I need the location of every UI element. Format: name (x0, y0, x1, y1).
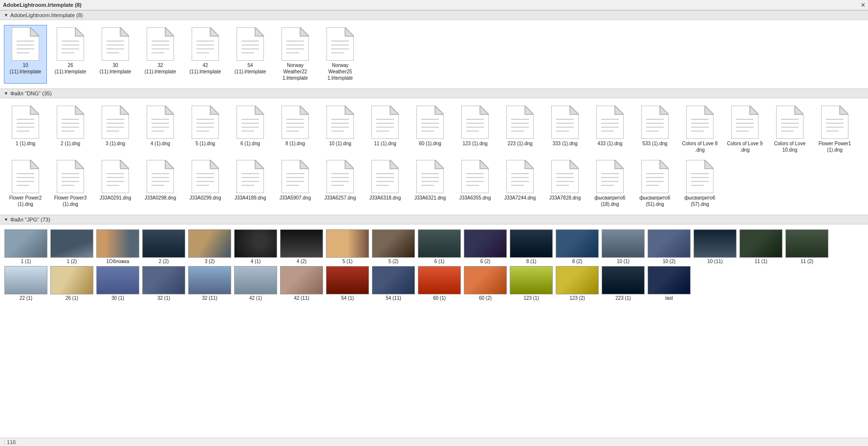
jpg-item[interactable]: 10 (1) (601, 229, 645, 264)
file-item[interactable]: 3 (1).dng (94, 103, 137, 156)
jpg-item[interactable]: 6 (2) (463, 229, 507, 264)
jpg-item[interactable]: 60 (2) (463, 266, 507, 301)
file-item[interactable]: 8 (1).dng (274, 103, 317, 156)
jpg-item[interactable]: 5 (1) (326, 229, 369, 264)
file-item[interactable]: Colors of Love 10.dng (768, 103, 811, 156)
jpg-item[interactable]: 1 (2) (50, 229, 94, 264)
jpg-thumbnail (418, 266, 461, 294)
jpg-item[interactable]: 1Обложка (96, 229, 140, 264)
jpg-thumbnail (50, 266, 93, 294)
file-item[interactable]: фысваприто6 (57).dng (678, 157, 721, 210)
file-icon (147, 106, 174, 139)
jpg-item[interactable]: 60 (1) (417, 266, 461, 301)
jpg-item[interactable]: 123 (1) (509, 266, 553, 301)
file-item[interactable]: J33A0291.dng (94, 157, 137, 210)
file-item[interactable]: 26 (11).lrtemplate (49, 25, 92, 84)
jpg-thumbnail (280, 229, 323, 258)
file-item[interactable]: 223 (1).dng (499, 103, 542, 156)
section-header-lrtemplate[interactable]: ▼ AdobeLightroom.lrtemplate (8) (0, 10, 868, 20)
file-item[interactable]: J33A4189.dng (229, 157, 272, 210)
svg-marker-169 (75, 160, 84, 169)
file-item[interactable]: 60 (1).dng (409, 103, 452, 156)
file-item[interactable]: 32 (11).lrtemplate (139, 25, 182, 84)
file-name: J33A5907.dng (280, 195, 311, 201)
file-item[interactable]: Norway Weather22 1.lrtemplate (274, 25, 317, 84)
file-item[interactable]: 6 (1).dng (229, 103, 272, 156)
close-icon[interactable]: × (861, 1, 865, 9)
jpg-item[interactable]: 4 (2) (280, 229, 324, 264)
jpg-item[interactable]: 42 (1) (234, 266, 278, 301)
jpg-label: 32 (1) (157, 295, 170, 301)
jpg-item[interactable]: 11 (2) (785, 229, 829, 264)
file-icon (147, 160, 174, 193)
file-item[interactable]: J33A6318.dng (364, 157, 407, 210)
file-item[interactable]: 10 (11).lrtemplate (4, 25, 47, 84)
file-item[interactable]: Flower Power1 (1).dng (813, 103, 856, 156)
svg-marker-241 (615, 160, 624, 169)
jpg-item[interactable]: 4 (1) (234, 229, 278, 264)
jpg-label: 5 (2) (389, 259, 399, 264)
file-item[interactable]: 30 (11).lrtemplate (94, 25, 137, 84)
jpg-item[interactable]: 8 (2) (555, 229, 599, 264)
svg-marker-151 (795, 106, 803, 114)
svg-marker-37 (300, 27, 309, 36)
jpg-item[interactable]: 10 (11) (693, 229, 737, 264)
jpg-item[interactable]: 223 (1) (601, 266, 645, 301)
jpg-item[interactable]: 2 (2) (142, 229, 186, 264)
file-item[interactable]: 123 (1).dng (454, 103, 497, 156)
jpg-item[interactable]: 54 (11) (371, 266, 415, 301)
jpg-item[interactable]: 32 (11) (188, 266, 232, 301)
file-item[interactable]: 5 (1).dng (184, 103, 227, 156)
section-lrtemplate: ▼ AdobeLightroom.lrtemplate (8) 10 (11).… (0, 10, 868, 89)
file-item[interactable]: 11 (1).dng (364, 103, 407, 156)
file-name: Colors of Love 10.dng (771, 140, 809, 153)
file-item[interactable]: J33A6355.dng (454, 157, 497, 210)
file-item[interactable]: 42 (11).lrtemplate (184, 25, 227, 84)
main-content: ▼ AdobeLightroom.lrtemplate (8) 10 (11).… (0, 10, 868, 446)
jpg-label: 42 (1) (249, 295, 262, 301)
file-item[interactable]: фысваприто6 (51).dng (633, 157, 676, 210)
jpg-item[interactable]: 11 (1) (739, 229, 783, 264)
file-item[interactable]: 4 (1).dng (139, 103, 182, 156)
jpg-item[interactable]: 10 (2) (647, 229, 691, 264)
file-item[interactable]: 533 (1).dng (633, 103, 676, 156)
jpg-item[interactable]: 26 (1) (50, 266, 94, 301)
jpg-item[interactable]: 30 (1) (96, 266, 140, 301)
file-item[interactable]: Colors of Love 8 .dng (678, 103, 721, 156)
file-item[interactable]: 333 (1).dng (543, 103, 586, 156)
jpg-item[interactable]: 8 (1) (509, 229, 553, 264)
section-header-dng[interactable]: ▼ Файл "DNG" (35) (0, 89, 868, 98)
file-item[interactable]: J33A5907.dng (274, 157, 317, 210)
jpg-item[interactable]: last (647, 266, 691, 301)
section-header-jpg[interactable]: ▼ Файл "JPG" (73) (0, 215, 868, 224)
jpg-item[interactable]: 22 (1) (4, 266, 48, 301)
jpg-item[interactable]: 32 (1) (142, 266, 186, 301)
jpg-item[interactable]: 1 (1) (4, 229, 48, 264)
file-item[interactable]: J33A6257.dng (319, 157, 362, 210)
file-item[interactable]: J33A7828.dng (543, 157, 586, 210)
file-item[interactable]: Norway Weather25 1.lrtemplate (319, 25, 362, 84)
jpg-item[interactable]: 5 (2) (371, 229, 415, 264)
file-item[interactable]: Flower Power3 (1).dng (49, 157, 92, 210)
file-item[interactable]: J33A0299.dng (184, 157, 227, 210)
file-item[interactable]: J33A7244.dng (499, 157, 542, 210)
jpg-thumbnail (188, 229, 231, 258)
file-item[interactable]: J33A0298.dng (139, 157, 182, 210)
file-item[interactable]: 433 (1).dng (588, 103, 631, 156)
status-bar: : 116 (0, 438, 868, 446)
jpg-item[interactable]: 6 (1) (417, 229, 461, 264)
file-item[interactable]: 54 (11).lrtemplate (229, 25, 272, 84)
file-item[interactable]: Flower Power2 (1).dng (4, 157, 47, 210)
jpg-label: 60 (2) (479, 295, 492, 301)
file-item[interactable]: J33A6321.dng (409, 157, 452, 210)
file-item[interactable]: Colors of Love 9 .dng (723, 103, 766, 156)
jpg-item[interactable]: 54 (1) (326, 266, 369, 301)
file-name: Colors of Love 8 .dng (681, 140, 719, 153)
jpg-item[interactable]: 42 (11) (280, 266, 324, 301)
file-item[interactable]: 10 (1).dng (319, 103, 362, 156)
jpg-item[interactable]: 3 (2) (188, 229, 232, 264)
file-item[interactable]: фысваприто6 (18).dng (588, 157, 631, 210)
file-item[interactable]: 1 (1).dng (4, 103, 47, 156)
file-item[interactable]: 2 (1).dng (49, 103, 92, 156)
jpg-item[interactable]: 123 (2) (555, 266, 599, 301)
